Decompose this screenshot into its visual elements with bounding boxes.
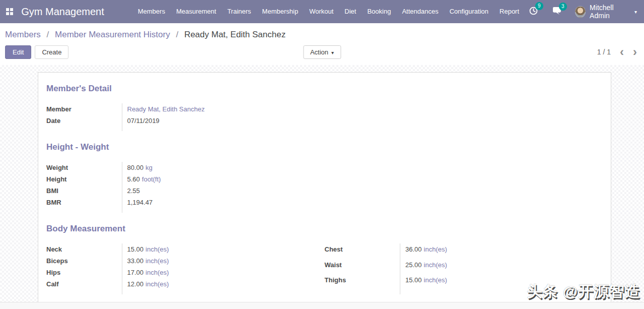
breadcrumb-members-link[interactable]: Members — [5, 30, 41, 39]
field-row-waist: Waist 25.00inch(es) — [325, 259, 603, 275]
field-value: 25.00 — [405, 261, 422, 269]
breadcrumb: Members / Member Measurement History / R… — [5, 29, 639, 40]
field-value: 36.00 — [405, 245, 422, 253]
field-row-height: Height 5.60foot(ft) — [46, 173, 325, 185]
create-button[interactable]: Create — [35, 45, 68, 59]
field-unit: inch(es) — [146, 280, 169, 288]
pager-value: 1 / 1 — [597, 48, 611, 56]
section-title: Body Measurement — [46, 224, 603, 234]
breadcrumb-current: Ready Mat, Edith Sanchez — [184, 30, 285, 39]
form-sheet: Member's Detail Member Ready Mat, Edith … — [38, 72, 611, 309]
field-label: Biceps — [46, 255, 122, 267]
members-detail-group: Member Ready Mat, Edith Sanchez Date 07/… — [46, 103, 325, 131]
field-value: 33.00 — [127, 257, 144, 265]
field-unit: inch(es) — [146, 245, 169, 253]
pager-previous-icon[interactable]: ‹ — [620, 47, 624, 57]
field-label: Member — [46, 103, 122, 115]
field-value: 17.00 — [127, 269, 144, 276]
field-unit: foot(ft) — [142, 175, 161, 183]
field-row-bmr: BMR 1,194.47 — [46, 197, 325, 208]
field-label: Chest — [325, 243, 400, 259]
field-row-member: Member Ready Mat, Edith Sanchez — [46, 103, 325, 115]
form-view-background: Member's Detail Member Ready Mat, Edith … — [0, 65, 644, 302]
navbar-systray: 9 3 Mitchell Admin ▾ — [525, 4, 637, 20]
breadcrumb-separator: / — [47, 30, 49, 39]
user-name: Mitchell Admin — [590, 4, 631, 20]
field-value: 15.00 — [127, 245, 144, 253]
field-label: BMI — [46, 185, 122, 197]
messages-button[interactable]: 3 — [552, 7, 562, 17]
field-value: 12.00 — [127, 280, 144, 288]
top-navbar: Gym Management Members Measurement Train… — [0, 0, 644, 23]
field-label: Date — [46, 115, 122, 127]
field-value: 2.55 — [122, 185, 325, 197]
field-label: Height — [46, 173, 122, 185]
nav-item-membership[interactable]: Membership — [257, 0, 304, 23]
activities-button[interactable]: 9 — [529, 6, 538, 18]
field-unit: inch(es) — [146, 257, 169, 265]
field-unit: inch(es) — [424, 245, 447, 253]
nav-item-diet[interactable]: Diet — [339, 0, 362, 23]
nav-item-workout[interactable]: Workout — [304, 0, 339, 23]
height-weight-group: Weight 80.00kg Height 5.60foot(ft) BMI 2… — [46, 162, 325, 213]
field-row-calf: Calf 12.00inch(es) — [46, 278, 325, 290]
breadcrumb-measurement-history-link[interactable]: Member Measurement History — [55, 30, 170, 39]
messages-count-badge: 3 — [559, 3, 567, 11]
field-label: Neck — [46, 243, 122, 255]
field-row-date: Date 07/11/2019 — [46, 115, 325, 127]
apps-menu-button[interactable] — [0, 0, 19, 23]
action-label: Action — [310, 48, 328, 56]
field-unit: inch(es) — [424, 276, 447, 284]
field-value: 15.00 — [405, 276, 422, 284]
field-row-biceps: Biceps 33.00inch(es) — [46, 255, 325, 267]
field-unit: inch(es) — [146, 269, 169, 276]
section-body-measurement: Body Measurement Neck 15.00inch(es) Bice… — [46, 224, 603, 294]
user-avatar — [575, 6, 586, 18]
field-row-neck: Neck 15.00inch(es) — [46, 243, 325, 255]
field-unit: kg — [146, 164, 153, 171]
section-title: Height - Weight — [46, 142, 603, 152]
watermark-text: 头条 @开源智造 — [527, 281, 640, 302]
field-value: 80.00 — [127, 164, 144, 171]
chevron-down-icon: ▾ — [634, 9, 637, 15]
control-panel: Members / Member Measurement History / R… — [0, 23, 644, 65]
page-bottom-strip — [0, 302, 644, 309]
field-label: Hips — [46, 267, 122, 278]
field-label: Weight — [46, 162, 122, 173]
section-members-detail: Member's Detail Member Ready Mat, Edith … — [46, 84, 603, 131]
edit-button[interactable]: Edit — [5, 45, 31, 59]
pager: 1 / 1 ‹ › — [597, 47, 637, 57]
field-row-weight: Weight 80.00kg — [46, 162, 325, 173]
nav-item-report[interactable]: Report — [494, 0, 525, 23]
field-label: Waist — [325, 259, 400, 275]
member-link[interactable]: Ready Mat, Edith Sanchez — [127, 105, 205, 113]
body-measurement-left-group: Neck 15.00inch(es) Biceps 33.00inch(es) … — [46, 243, 325, 294]
nav-item-configuration[interactable]: Configuration — [444, 0, 494, 23]
field-unit: inch(es) — [424, 261, 447, 269]
app-title[interactable]: Gym Management — [21, 6, 104, 18]
nav-item-attendances[interactable]: Attendances — [396, 0, 444, 23]
section-height-weight: Height - Weight Weight 80.00kg Height 5.… — [46, 142, 603, 213]
action-dropdown-button[interactable]: Action▾ — [303, 45, 341, 59]
record-buttons: Edit Create — [5, 45, 68, 59]
user-menu[interactable]: Mitchell Admin ▾ — [575, 4, 637, 20]
field-label: Thighs — [325, 274, 400, 290]
apps-grid-icon — [6, 8, 13, 15]
nav-item-measurement[interactable]: Measurement — [171, 0, 222, 23]
main-menu: Members Measurement Trainers Membership … — [132, 0, 525, 23]
pager-next-icon[interactable]: › — [633, 47, 637, 57]
toolbar: Edit Create Action▾ 1 / 1 ‹ › — [5, 45, 639, 60]
nav-item-members[interactable]: Members — [132, 0, 171, 23]
field-value: 5.60 — [127, 175, 140, 183]
nav-item-booking[interactable]: Booking — [362, 0, 396, 23]
field-row-hips: Hips 17.00inch(es) — [46, 267, 325, 278]
field-label: BMR — [46, 197, 122, 208]
activities-count-badge: 9 — [535, 2, 543, 10]
field-value: 1,194.47 — [122, 197, 325, 208]
field-row-chest: Chest 36.00inch(es) — [325, 243, 603, 259]
nav-item-trainers[interactable]: Trainers — [222, 0, 256, 23]
field-label: Calf — [46, 278, 122, 290]
chevron-down-icon: ▾ — [331, 50, 334, 55]
field-row-bmi: BMI 2.55 — [46, 185, 325, 197]
section-title: Member's Detail — [46, 84, 603, 94]
